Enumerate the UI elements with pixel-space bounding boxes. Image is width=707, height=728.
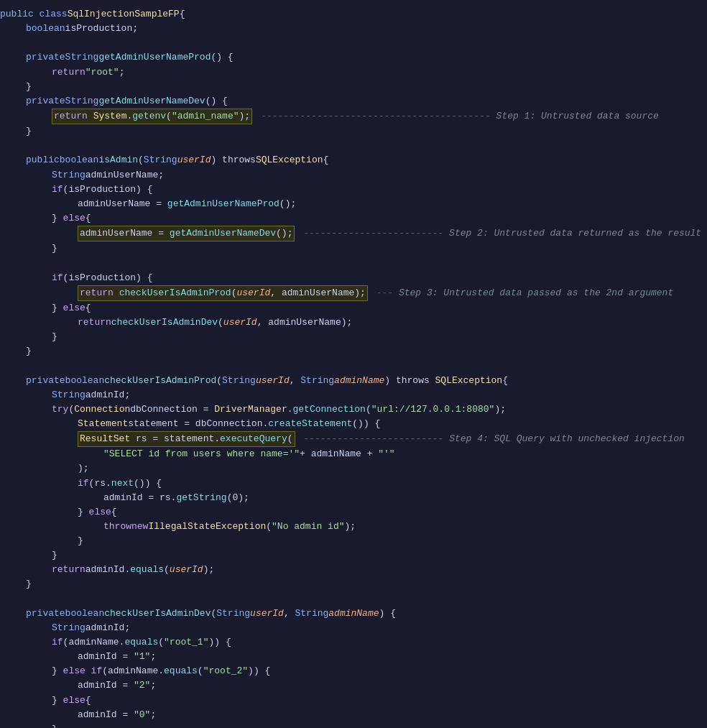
code-line-34: } [0,548,707,563]
code-line-25: Statement statement = dbConnection.creat… [0,417,707,431]
code-line-24: try (Connection dbConnection = DriverMan… [0,402,707,417]
code-line-42: adminId = "2"; [0,678,707,693]
code-line-1: public class SqlInjectionSampleFP { [0,7,707,22]
code-line-blank-2 [0,139,707,153]
code-line-36: } [0,577,707,591]
code-line-19: return checkUserIsAdminDev(userId, admin… [0,315,707,330]
code-line-14: adminUserName = getAdminUserNameDev(); -… [0,226,707,241]
code-line-40: adminId = "1"; [0,650,707,664]
code-line-blank-1 [0,36,707,50]
code-line-31: } else { [0,505,707,520]
code-line-2: boolean isProduction; [0,22,707,36]
code-line-5: } [0,80,707,94]
code-line-37: private boolean checkUserIsAdminDev(Stri… [0,607,707,621]
code-line-20: } [0,330,707,344]
code-line-26: ResultSet rs = statement.executeQuery( -… [0,431,707,447]
code-line-33: } [0,534,707,548]
code-line-41: } else if (adminName.equals("root_2")) { [0,664,707,678]
code-line-11: if (isProduction) { [0,183,707,197]
code-line-43: } else { [0,694,707,708]
code-line-28: ); [0,461,707,476]
code-line-15: } [0,241,707,256]
code-line-12: adminUserName = getAdminUserNameProd(); [0,197,707,211]
code-line-16: if (isProduction) { [0,271,707,285]
code-line-29: if (rs.next()) { [0,476,707,491]
code-line-39: if (adminName.equals("root_1")) { [0,635,707,650]
code-line-27: "SELECT id from users where name='" + ad… [0,447,707,461]
code-line-blank-5 [0,592,707,607]
code-line-blank-4 [0,359,707,373]
code-line-6: private String getAdminUserNameDev() { [0,94,707,109]
code-line-45: } [0,722,707,728]
code-line-22: private boolean checkUserIsAdminProd(Str… [0,374,707,388]
code-line-21: } [0,344,707,359]
code-viewer: public class SqlInjectionSampleFP { bool… [0,0,707,728]
code-line-18: } else { [0,301,707,315]
code-line-32: throw new IllegalStateException("No admi… [0,520,707,534]
code-line-17: return checkUserIsAdminProd(userId, admi… [0,285,707,301]
code-line-35: return adminId.equals(userId); [0,563,707,577]
code-line-4: return "root"; [0,65,707,80]
code-line-8: } [0,124,707,139]
code-line-7: return System.getenv("admin_name"); ----… [0,109,707,124]
code-line-10: String adminUserName; [0,168,707,183]
code-line-blank-3 [0,256,707,270]
code-line-30: adminId = rs.getString(0); [0,491,707,505]
code-line-3: private String getAdminUserNameProd() { [0,50,707,65]
code-line-23: String adminId; [0,388,707,402]
code-line-44: adminId = "0"; [0,708,707,722]
code-line-9: public boolean isAdmin(String userId) th… [0,153,707,167]
code-line-38: String adminId; [0,621,707,635]
code-line-13: } else { [0,211,707,226]
